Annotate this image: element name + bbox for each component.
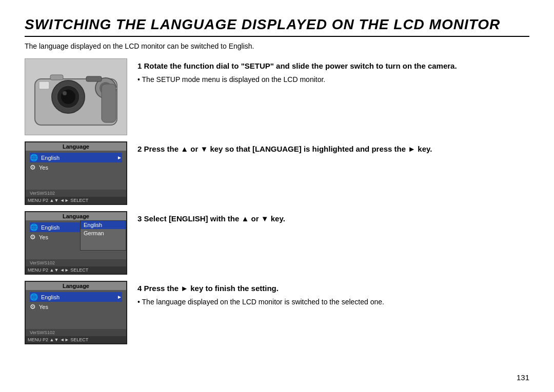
subtitle: The language displayed on the LCD monito… [25, 42, 529, 50]
gear-icon-3: ⚙ [30, 233, 36, 241]
lcd-label-yes: Yes [39, 164, 122, 171]
step-3-bold: 3 Select [ENGLISH] with the ▲ or ▼ key. [137, 213, 529, 225]
lcd-arrow-4: ► [117, 294, 122, 300]
lcd-version-2: VerSWS102 [26, 190, 126, 197]
step-1-bullet: The SETUP mode menu is displayed on the … [137, 75, 529, 84]
page: SWITCHING THE LANGUAGE DISPLAYED ON THE … [0, 0, 554, 392]
globe-icon-3: 🌐 [30, 223, 38, 231]
lcd-row-1-highlighted: 🌐 English ► [30, 153, 122, 162]
step-3-text: 3 Select [ENGLISH] with the ▲ or ▼ key. [137, 211, 529, 225]
camera-image: SETUP [25, 58, 127, 135]
lcd-footer-2: MENU P2 ▲▼ ◄► SELECT [26, 197, 126, 204]
step-1-row: SETUP 1 Rotate the function dial to "SET… [25, 58, 529, 135]
svg-rect-10 [39, 81, 49, 89]
step-4-num: 4 [137, 284, 144, 293]
svg-rect-11 [102, 84, 116, 122]
step-2-bold: 2 Press the ▲ or ▼ key so that [LANGUAGE… [137, 143, 529, 155]
step-4-bold: 4 Press the ► key to finish the setting. [137, 283, 529, 295]
svg-rect-9 [50, 75, 63, 80]
lcd-screen-3: Language 🌐 English English ⚙ Yes [25, 211, 127, 275]
lcd-header-3: Language [26, 212, 126, 220]
content-area: SETUP 1 Rotate the function dial to "SET… [25, 58, 529, 350]
step-2-num: 2 [137, 145, 144, 153]
submenu-german: German [81, 229, 126, 237]
step-2-row: Language 🌐 English ► ⚙ Yes VerSW [25, 141, 529, 205]
step-4-lcd: Language 🌐 English ► ⚙ Yes VerSW [25, 281, 127, 344]
step-4-text: 4 Press the ► key to finish the setting.… [137, 281, 529, 306]
lcd-row-4-1: 🌐 English ► [30, 292, 122, 302]
svg-point-4 [63, 91, 67, 95]
lcd-screen-2: Language 🌐 English ► ⚙ Yes VerSW [25, 141, 127, 205]
lcd-label-4-yes: Yes [39, 304, 122, 310]
lcd-version-3: VerSWS102 [26, 259, 126, 266]
globe-icon: 🌐 [30, 154, 38, 161]
svg-rect-8 [86, 76, 102, 81]
lcd-row-2: ⚙ Yes [30, 162, 122, 172]
lcd-label-4-english: English [41, 294, 114, 300]
globe-icon-4: 🌐 [30, 293, 38, 301]
submenu-english: English [81, 221, 126, 229]
lcd-body-2: 🌐 English ► ⚙ Yes [26, 151, 126, 190]
gear-icon-4: ⚙ [30, 303, 36, 311]
lcd-header-4: Language [26, 282, 126, 290]
step-2-text: 2 Press the ▲ or ▼ key so that [LANGUAGE… [137, 141, 529, 155]
step-4-row: Language 🌐 English ► ⚙ Yes VerSW [25, 281, 529, 344]
lcd-row-4-2: ⚙ Yes [30, 302, 122, 312]
lcd-footer-4: MENU P2 ▲▼ ◄► SELECT [26, 336, 126, 343]
lcd-label-english: English [41, 155, 114, 161]
lcd-version-4: VerSWS102 [26, 329, 126, 336]
page-title: SWITCHING THE LANGUAGE DISPLAYED ON THE … [25, 16, 529, 37]
step-2-lcd: Language 🌐 English ► ⚙ Yes VerSW [25, 141, 127, 205]
step-3-num: 3 [137, 214, 144, 223]
step-4-bullet: The language displayed on the LCD monito… [137, 298, 529, 306]
lcd-footer-3: MENU P2 ▲▼ ◄► SELECT [26, 266, 126, 274]
gear-icon: ⚙ [30, 163, 36, 171]
lcd-screen-4: Language 🌐 English ► ⚙ Yes VerSW [25, 281, 127, 344]
step-1-num: 1 [137, 61, 144, 70]
lcd-body-3: 🌐 English English ⚙ Yes English Germa [26, 220, 126, 259]
lcd-header-2: Language [26, 142, 126, 151]
step-3-lcd: Language 🌐 English English ⚙ Yes [25, 211, 127, 275]
lcd-arrow-right: ► [117, 155, 122, 160]
step-1-bold: 1 Rotate the function dial to "SETUP" an… [137, 60, 529, 72]
step-1-text: 1 Rotate the function dial to "SETUP" an… [137, 58, 529, 84]
lcd-body-4: 🌐 English ► ⚙ Yes [26, 290, 126, 329]
page-number: 131 [517, 373, 529, 382]
step-3-row: Language 🌐 English English ⚙ Yes [25, 211, 529, 275]
